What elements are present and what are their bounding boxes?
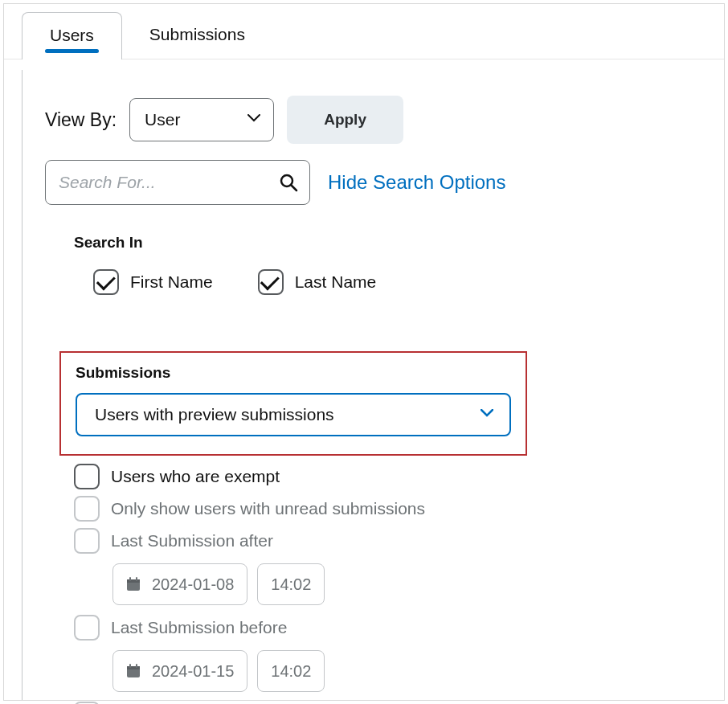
first-name-option: First Name	[93, 269, 213, 295]
calendar-icon	[126, 577, 141, 591]
last-name-label: Last Name	[295, 272, 377, 292]
view-by-select[interactable]: User	[129, 98, 274, 141]
filter-list: Users who are exempt Only show users wit…	[45, 464, 701, 704]
svg-rect-9	[136, 664, 137, 668]
last-name-checkbox[interactable]	[258, 269, 284, 295]
search-icon[interactable]	[279, 173, 298, 192]
submissions-selected: Users with preview submissions	[95, 405, 334, 424]
apply-label: Apply	[324, 111, 366, 128]
panel-container: Users Submissions View By: User Apply	[3, 3, 725, 701]
last-name-option: Last Name	[258, 269, 377, 295]
before-time-value: 14:02	[271, 662, 311, 681]
calendar-icon	[126, 664, 141, 678]
svg-rect-5	[136, 577, 137, 581]
tabs-bar: Users Submissions	[4, 4, 724, 59]
search-in-options: First Name Last Name	[74, 269, 701, 295]
chevron-down-icon	[247, 114, 259, 125]
filter-after: Last Submission after	[74, 528, 701, 554]
before-time-input[interactable]: 14:02	[257, 650, 325, 692]
tab-users[interactable]: Users	[22, 12, 122, 59]
exempt-label: Users who are exempt	[111, 467, 280, 486]
filter-before: Last Submission before	[74, 615, 701, 641]
exempt-checkbox[interactable]	[74, 464, 100, 489]
after-checkbox[interactable]	[74, 528, 100, 554]
tab-label: Users	[50, 26, 94, 44]
filter-exempt: Users who are exempt	[74, 464, 701, 489]
apply-button[interactable]: Apply	[287, 96, 403, 144]
view-by-selected: User	[145, 110, 180, 129]
after-time-value: 14:02	[271, 575, 311, 594]
unread-checkbox[interactable]	[74, 496, 100, 522]
search-in-section: Search In First Name Last Name	[45, 234, 701, 295]
hide-search-options-link[interactable]: Hide Search Options	[328, 171, 505, 194]
search-row: Hide Search Options	[45, 160, 701, 205]
before-date-input[interactable]: 2024-01-15	[112, 650, 247, 692]
first-name-checkbox[interactable]	[93, 269, 119, 295]
search-in-label: Search In	[74, 234, 701, 252]
content-inner: View By: User Apply Hi	[22, 70, 724, 704]
after-time-input[interactable]: 14:02	[257, 563, 325, 605]
svg-line-1	[291, 185, 297, 190]
after-date-row: 2024-01-08 14:02	[74, 563, 701, 605]
submissions-label: Submissions	[76, 364, 511, 382]
tab-submissions[interactable]: Submissions	[122, 12, 272, 59]
view-by-label: View By:	[45, 109, 117, 131]
svg-rect-3	[127, 579, 140, 583]
submissions-select[interactable]: Users with preview submissions	[76, 393, 511, 436]
chevron-down-icon	[481, 409, 492, 420]
after-label: Last Submission after	[111, 531, 273, 551]
svg-rect-7	[127, 666, 140, 669]
before-date-value: 2024-01-15	[152, 662, 234, 681]
before-date-row: 2024-01-15 14:02	[74, 650, 701, 692]
unread-label: Only show users with unread submissions	[111, 499, 425, 518]
tab-label: Submissions	[149, 25, 245, 43]
svg-rect-4	[129, 577, 131, 581]
before-checkbox[interactable]	[74, 615, 100, 641]
svg-rect-8	[129, 664, 131, 668]
after-date-input[interactable]: 2024-01-08	[112, 563, 247, 605]
content-area: View By: User Apply Hi	[22, 70, 724, 700]
view-by-row: View By: User Apply	[45, 96, 701, 144]
after-date-value: 2024-01-08	[152, 575, 234, 594]
before-label: Last Submission before	[111, 618, 287, 637]
filter-unread: Only show users with unread submissions	[74, 496, 701, 522]
search-input[interactable]	[57, 172, 279, 193]
first-name-label: First Name	[130, 272, 213, 292]
submissions-highlight: Submissions Users with preview submissio…	[59, 351, 527, 456]
search-box[interactable]	[45, 160, 310, 205]
